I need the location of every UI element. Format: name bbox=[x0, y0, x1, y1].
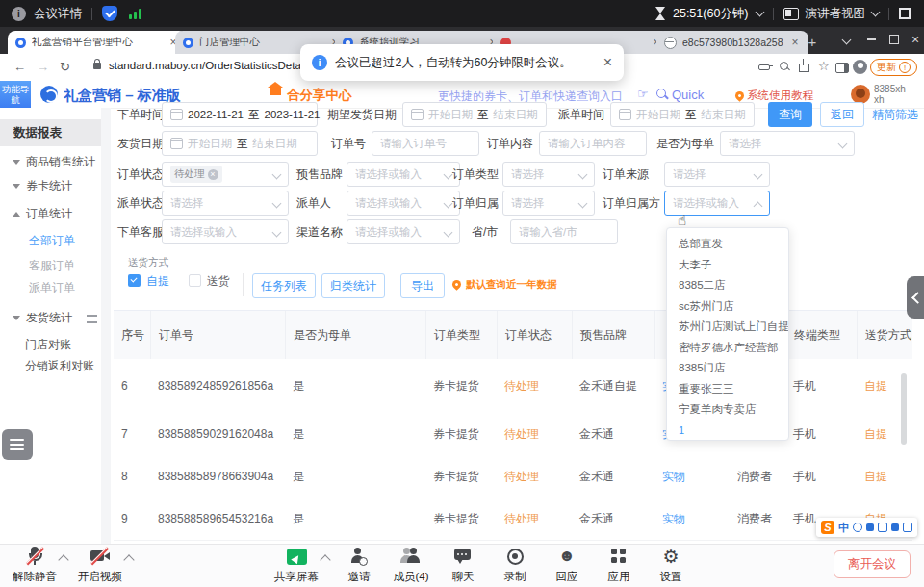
content-gutter bbox=[101, 108, 111, 544]
user-avatar[interactable] bbox=[851, 85, 870, 104]
meeting-list-widget[interactable] bbox=[2, 429, 33, 460]
calendar-icon bbox=[170, 109, 183, 120]
view-chevron-icon[interactable] bbox=[871, 8, 881, 17]
dropdown-option[interactable]: 8385二店 bbox=[667, 275, 788, 296]
zoom-icon[interactable] bbox=[780, 62, 788, 70]
dropdown-option[interactable]: 8385门店 bbox=[667, 358, 788, 379]
browser-profile-icon[interactable] bbox=[853, 60, 867, 74]
share-screen-button[interactable]: 共享屏幕 bbox=[266, 547, 327, 584]
expect-date-range-input[interactable]: 开始日期 至 结束日期 bbox=[402, 102, 547, 127]
browser-reload-icon[interactable] bbox=[60, 60, 70, 75]
quick-search-icon[interactable] bbox=[656, 89, 666, 98]
sogou-keyboard-icon[interactable] bbox=[878, 523, 887, 532]
toast-close-icon[interactable] bbox=[603, 54, 612, 71]
unmute-button[interactable]: 解除静音 bbox=[4, 547, 65, 584]
tab-title: 礼盒营销平台管理中心 bbox=[32, 36, 162, 49]
window-maximize-button[interactable] bbox=[887, 33, 901, 46]
simplify-filter-link[interactable]: 精简筛选 bbox=[872, 102, 918, 127]
leave-meeting-button[interactable]: 离开会议 bbox=[834, 550, 911, 578]
start-video-button[interactable]: 开启视频 bbox=[69, 547, 131, 584]
browser-back-icon[interactable] bbox=[13, 60, 26, 75]
dropdown-page-number[interactable]: 1 bbox=[667, 421, 788, 440]
classify-stats-button[interactable]: 归类统计 bbox=[321, 273, 385, 298]
dispatch-status-select[interactable]: 请选择 bbox=[162, 191, 289, 216]
tab-close-icon[interactable] bbox=[789, 37, 801, 48]
table-scrollbar-thumb[interactable] bbox=[901, 373, 907, 445]
province-input[interactable]: 请输入省/市 bbox=[510, 219, 618, 244]
order-status-select[interactable]: 待处理 bbox=[162, 162, 289, 187]
browser-forward-icon[interactable] bbox=[37, 60, 49, 75]
date-from-value: 2022-11-21 bbox=[188, 109, 244, 120]
sogou-mic-icon[interactable] bbox=[866, 523, 874, 531]
url-lock-icon[interactable] bbox=[93, 63, 101, 69]
self-pickup-label[interactable]: 自提 bbox=[146, 273, 169, 289]
dropdown-option[interactable]: 密特罗德水产经营部 bbox=[667, 338, 788, 359]
view-mode-label[interactable]: 演讲者视图 bbox=[806, 6, 866, 22]
task-list-button[interactable]: 任务列表 bbox=[252, 273, 316, 298]
order-no-input[interactable]: 请输入订单号 bbox=[372, 131, 479, 156]
order-source-select[interactable]: 请选择 bbox=[664, 162, 770, 187]
timer-chevron-icon[interactable] bbox=[755, 8, 764, 17]
deliver-checkbox[interactable] bbox=[189, 274, 201, 287]
bookmark-star-icon[interactable] bbox=[818, 59, 830, 73]
is-parent-select[interactable]: 请选择 bbox=[720, 131, 855, 156]
sidebar-collapse-icon[interactable] bbox=[87, 315, 97, 324]
query-button[interactable]: 查询 bbox=[768, 102, 812, 127]
share-icon[interactable] bbox=[799, 64, 809, 72]
dropdown-option[interactable]: 大李子 bbox=[667, 255, 788, 276]
meeting-info-icon[interactable]: i bbox=[12, 7, 26, 21]
settings-button[interactable]: 设置 bbox=[640, 547, 702, 584]
unmute-label: 解除静音 bbox=[4, 570, 65, 584]
sogou-input-toolbar[interactable]: 中 bbox=[816, 518, 917, 537]
fullscreen-icon[interactable] bbox=[899, 8, 911, 19]
sidebar-item-card-stats[interactable]: 券卡统计 bbox=[0, 176, 101, 195]
order-type-select[interactable]: 请选择 bbox=[502, 162, 595, 187]
meeting-details-label[interactable]: 会议详情 bbox=[34, 6, 82, 22]
window-minimize-button[interactable] bbox=[864, 33, 878, 46]
browser-tab-5[interactable]: e8c573980b1328a258fd2e6 bbox=[656, 31, 808, 54]
dropdown-option[interactable]: 苏州门店测试上门自提 bbox=[667, 317, 788, 338]
tab-search-chevron-icon[interactable] bbox=[839, 33, 853, 46]
order-agent-select[interactable]: 请选择或输入 bbox=[162, 219, 289, 244]
cell-goods-link[interactable]: 实物 bbox=[654, 498, 730, 540]
order-time-range-input[interactable]: 2022-11-21 至 2023-11-21 bbox=[162, 102, 318, 127]
dropdown-option[interactable]: 重要张三三 bbox=[667, 379, 788, 400]
sogou-cn-mode-icon[interactable]: 中 bbox=[838, 521, 849, 535]
export-button[interactable]: 导出 bbox=[400, 273, 445, 298]
function-nav-block[interactable]: 功能导航 bbox=[0, 81, 31, 108]
new-tab-button[interactable] bbox=[805, 35, 820, 50]
order-content-input[interactable]: 请输入订单内容 bbox=[539, 131, 647, 156]
browser-update-button[interactable]: 更新 ! bbox=[870, 59, 917, 76]
self-pickup-checkbox[interactable] bbox=[128, 274, 141, 287]
sogou-skin-icon[interactable] bbox=[891, 523, 899, 531]
dropdown-option[interactable]: sc苏州门店 bbox=[667, 296, 788, 318]
network-signal-icon bbox=[129, 8, 141, 19]
order-belong-select[interactable]: 请选择 bbox=[502, 191, 595, 216]
cell-goods-link[interactable]: 实物 bbox=[654, 455, 730, 498]
password-key-icon[interactable] bbox=[758, 64, 770, 70]
panel-expand-handle[interactable] bbox=[907, 276, 924, 319]
ship-date-range-input[interactable]: 开始日期 至 结束日期 bbox=[162, 131, 318, 156]
sogou-punctuation-icon[interactable] bbox=[853, 523, 862, 532]
window-close-button[interactable] bbox=[909, 33, 922, 46]
channel-select[interactable]: 请选择或输入 bbox=[346, 219, 460, 244]
browser-tab-1[interactable]: 礼盒营销平台管理中心 bbox=[8, 31, 187, 54]
sidebar-item-order-stats[interactable]: 订单统计 bbox=[0, 204, 101, 223]
tag-remove-icon[interactable] bbox=[208, 169, 218, 180]
sidebar-item-product-sales[interactable]: 商品销售统计 bbox=[0, 152, 101, 171]
tutorial-link[interactable]: 系统使用教程 bbox=[747, 89, 813, 103]
dispatch-time-range-input[interactable]: 开始日期 至 结束日期 bbox=[610, 102, 755, 127]
dropdown-option[interactable]: 总部直发 bbox=[667, 234, 788, 255]
presale-brand-select[interactable]: 请选择或输入 bbox=[346, 162, 460, 187]
placeholder: 请输入订单号 bbox=[380, 137, 447, 151]
side-panel-icon[interactable] bbox=[835, 63, 849, 73]
quick-link[interactable]: Quick bbox=[672, 88, 704, 102]
sogou-toolbox-icon[interactable] bbox=[903, 523, 912, 532]
back-button[interactable]: 返回 bbox=[820, 102, 864, 127]
deliver-label[interactable]: 送货 bbox=[207, 273, 230, 289]
dispatcher-select[interactable]: 请选择或输入 bbox=[346, 191, 460, 216]
meeting-security-shield-icon[interactable] bbox=[102, 6, 117, 21]
dropdown-option[interactable]: 宁夏羊肉专卖店 bbox=[667, 399, 788, 421]
table-header: 序号 订单号 是否为母单 订单类型 订单状态 预售品牌 终端类型 送货方式 bbox=[114, 310, 912, 360]
sogou-logo-icon[interactable] bbox=[821, 521, 834, 534]
